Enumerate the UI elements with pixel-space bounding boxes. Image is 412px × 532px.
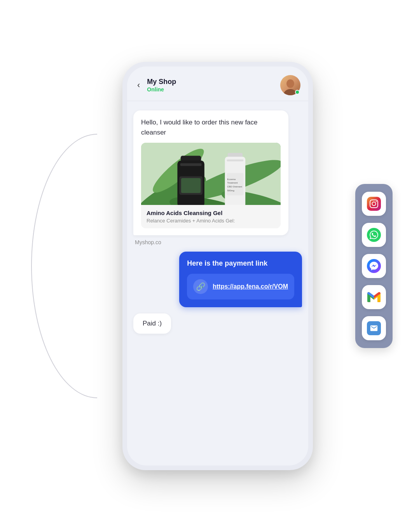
svg-rect-12 [181, 178, 201, 193]
paid-message-bubble: Paid :) [133, 313, 171, 334]
payment-message-title: Here is the payment link [187, 259, 294, 268]
link-icon: 🔗 [193, 279, 208, 294]
svg-text:CBD Ointment: CBD Ointment [227, 186, 243, 188]
payment-url[interactable]: https://app.fena.co/r/VOM [213, 283, 288, 290]
customer-message-bubble: Hello, I would like to order this new fa… [133, 110, 288, 235]
social-side-panel [355, 184, 393, 348]
product-card: Eczema Treatment CBD Ointment 500mg Amin… [141, 143, 281, 228]
gmail-button[interactable] [362, 285, 386, 309]
product-name: Amino Acids Cleansing Gel [147, 210, 275, 216]
whatsapp-button[interactable] [362, 223, 386, 247]
svg-rect-15 [227, 159, 243, 161]
instagram-icon [367, 197, 381, 211]
phone-screen: ‹ My Shop Online [127, 66, 308, 466]
svg-point-0 [286, 79, 294, 88]
product-info: Amino Acids Cleansing Gel Relance Cerami… [141, 205, 281, 228]
product-image: Eczema Treatment CBD Ointment 500mg [141, 143, 281, 205]
payment-message-bubble: Here is the payment link 🔗 https://app.f… [179, 252, 302, 307]
back-button[interactable]: ‹ [135, 80, 142, 90]
scene: ‹ My Shop Online [19, 17, 393, 515]
online-indicator [295, 90, 300, 94]
mail-button[interactable] [362, 316, 386, 340]
whatsapp-icon [367, 228, 381, 242]
phone-frame: ‹ My Shop Online [122, 62, 313, 470]
product-description: Relance Ceramides + Amino Acids Gel: [147, 218, 275, 224]
messenger-icon [367, 259, 381, 273]
svg-text:Eczema: Eczema [227, 178, 236, 180]
payment-link-box[interactable]: 🔗 https://app.fena.co/r/VOM [187, 274, 294, 299]
chat-body: Hello, I would like to order this new fa… [127, 101, 308, 466]
shop-name: My Shop [147, 78, 276, 86]
customer-message-text: Hello, I would like to order this new fa… [141, 117, 281, 137]
sender-label: Myshop.co [135, 239, 161, 245]
svg-text:Treatment: Treatment [227, 182, 238, 184]
paid-text: Paid :) [143, 320, 162, 327]
mail-icon [367, 321, 381, 335]
online-status: Online [147, 86, 276, 93]
messenger-button[interactable] [362, 254, 386, 278]
gmail-icon [367, 290, 381, 304]
chat-header: ‹ My Shop Online [127, 66, 308, 101]
svg-rect-16 [227, 173, 243, 195]
chain-link-icon: 🔗 [196, 282, 206, 291]
header-title-area: My Shop Online [147, 78, 276, 93]
avatar-container [280, 75, 300, 95]
svg-rect-10 [180, 163, 202, 166]
instagram-button[interactable] [362, 192, 386, 216]
svg-text:500mg: 500mg [227, 189, 234, 192]
